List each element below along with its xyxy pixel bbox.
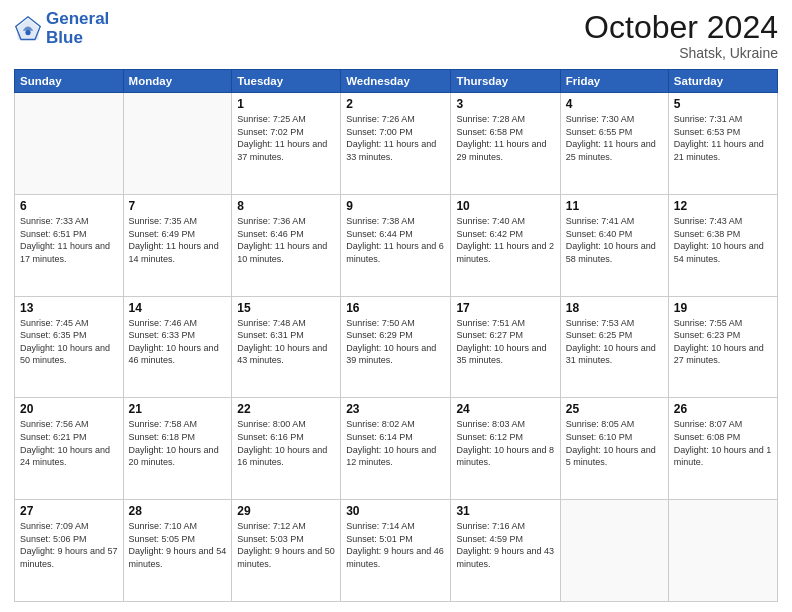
day-number: 21	[129, 402, 227, 416]
calendar-cell: 16Sunrise: 7:50 AMSunset: 6:29 PMDayligh…	[341, 296, 451, 398]
day-number: 6	[20, 199, 118, 213]
day-number: 30	[346, 504, 445, 518]
day-info: Sunrise: 7:28 AMSunset: 6:58 PMDaylight:…	[456, 113, 554, 163]
header-day-friday: Friday	[560, 70, 668, 93]
day-number: 20	[20, 402, 118, 416]
day-info: Sunrise: 7:38 AMSunset: 6:44 PMDaylight:…	[346, 215, 445, 265]
calendar-week-4: 20Sunrise: 7:56 AMSunset: 6:21 PMDayligh…	[15, 398, 778, 500]
header: General Blue October 2024 Shatsk, Ukrain…	[14, 10, 778, 61]
day-number: 3	[456, 97, 554, 111]
calendar-cell: 3Sunrise: 7:28 AMSunset: 6:58 PMDaylight…	[451, 93, 560, 195]
calendar-cell	[15, 93, 124, 195]
day-number: 2	[346, 97, 445, 111]
calendar-header-row: SundayMondayTuesdayWednesdayThursdayFrid…	[15, 70, 778, 93]
day-info: Sunrise: 7:25 AMSunset: 7:02 PMDaylight:…	[237, 113, 335, 163]
calendar-cell: 15Sunrise: 7:48 AMSunset: 6:31 PMDayligh…	[232, 296, 341, 398]
logo-general: General	[46, 9, 109, 28]
calendar-cell: 24Sunrise: 8:03 AMSunset: 6:12 PMDayligh…	[451, 398, 560, 500]
calendar-cell: 8Sunrise: 7:36 AMSunset: 6:46 PMDaylight…	[232, 194, 341, 296]
header-day-thursday: Thursday	[451, 70, 560, 93]
day-info: Sunrise: 7:45 AMSunset: 6:35 PMDaylight:…	[20, 317, 118, 367]
day-info: Sunrise: 7:50 AMSunset: 6:29 PMDaylight:…	[346, 317, 445, 367]
day-info: Sunrise: 7:48 AMSunset: 6:31 PMDaylight:…	[237, 317, 335, 367]
calendar-week-2: 6Sunrise: 7:33 AMSunset: 6:51 PMDaylight…	[15, 194, 778, 296]
day-number: 29	[237, 504, 335, 518]
calendar-cell: 26Sunrise: 8:07 AMSunset: 6:08 PMDayligh…	[668, 398, 777, 500]
location-subtitle: Shatsk, Ukraine	[584, 45, 778, 61]
day-info: Sunrise: 7:53 AMSunset: 6:25 PMDaylight:…	[566, 317, 663, 367]
day-info: Sunrise: 7:46 AMSunset: 6:33 PMDaylight:…	[129, 317, 227, 367]
day-number: 18	[566, 301, 663, 315]
day-info: Sunrise: 7:58 AMSunset: 6:18 PMDaylight:…	[129, 418, 227, 468]
day-number: 17	[456, 301, 554, 315]
header-day-monday: Monday	[123, 70, 232, 93]
logo-icon	[14, 15, 42, 43]
day-number: 11	[566, 199, 663, 213]
calendar-cell: 10Sunrise: 7:40 AMSunset: 6:42 PMDayligh…	[451, 194, 560, 296]
calendar-cell: 14Sunrise: 7:46 AMSunset: 6:33 PMDayligh…	[123, 296, 232, 398]
day-number: 13	[20, 301, 118, 315]
calendar-cell: 27Sunrise: 7:09 AMSunset: 5:06 PMDayligh…	[15, 500, 124, 602]
calendar-cell	[560, 500, 668, 602]
header-day-wednesday: Wednesday	[341, 70, 451, 93]
svg-point-2	[25, 30, 30, 35]
calendar-cell: 21Sunrise: 7:58 AMSunset: 6:18 PMDayligh…	[123, 398, 232, 500]
day-number: 9	[346, 199, 445, 213]
title-block: October 2024 Shatsk, Ukraine	[584, 10, 778, 61]
calendar-cell	[668, 500, 777, 602]
day-number: 1	[237, 97, 335, 111]
calendar-cell	[123, 93, 232, 195]
day-number: 31	[456, 504, 554, 518]
day-info: Sunrise: 7:30 AMSunset: 6:55 PMDaylight:…	[566, 113, 663, 163]
calendar-cell: 6Sunrise: 7:33 AMSunset: 6:51 PMDaylight…	[15, 194, 124, 296]
calendar-week-3: 13Sunrise: 7:45 AMSunset: 6:35 PMDayligh…	[15, 296, 778, 398]
day-info: Sunrise: 7:43 AMSunset: 6:38 PMDaylight:…	[674, 215, 772, 265]
calendar-cell: 22Sunrise: 8:00 AMSunset: 6:16 PMDayligh…	[232, 398, 341, 500]
day-info: Sunrise: 8:02 AMSunset: 6:14 PMDaylight:…	[346, 418, 445, 468]
calendar-cell: 17Sunrise: 7:51 AMSunset: 6:27 PMDayligh…	[451, 296, 560, 398]
day-info: Sunrise: 7:41 AMSunset: 6:40 PMDaylight:…	[566, 215, 663, 265]
day-info: Sunrise: 8:00 AMSunset: 6:16 PMDaylight:…	[237, 418, 335, 468]
day-number: 22	[237, 402, 335, 416]
header-day-sunday: Sunday	[15, 70, 124, 93]
calendar-table: SundayMondayTuesdayWednesdayThursdayFrid…	[14, 69, 778, 602]
day-info: Sunrise: 7:16 AMSunset: 4:59 PMDaylight:…	[456, 520, 554, 570]
day-number: 15	[237, 301, 335, 315]
day-number: 25	[566, 402, 663, 416]
day-number: 26	[674, 402, 772, 416]
day-number: 24	[456, 402, 554, 416]
day-number: 8	[237, 199, 335, 213]
day-info: Sunrise: 8:07 AMSunset: 6:08 PMDaylight:…	[674, 418, 772, 468]
header-day-tuesday: Tuesday	[232, 70, 341, 93]
day-info: Sunrise: 7:09 AMSunset: 5:06 PMDaylight:…	[20, 520, 118, 570]
day-number: 4	[566, 97, 663, 111]
calendar-cell: 13Sunrise: 7:45 AMSunset: 6:35 PMDayligh…	[15, 296, 124, 398]
day-number: 16	[346, 301, 445, 315]
day-info: Sunrise: 7:56 AMSunset: 6:21 PMDaylight:…	[20, 418, 118, 468]
logo-blue: Blue	[46, 29, 109, 48]
day-info: Sunrise: 7:35 AMSunset: 6:49 PMDaylight:…	[129, 215, 227, 265]
calendar-cell: 12Sunrise: 7:43 AMSunset: 6:38 PMDayligh…	[668, 194, 777, 296]
calendar-cell: 4Sunrise: 7:30 AMSunset: 6:55 PMDaylight…	[560, 93, 668, 195]
page: General Blue October 2024 Shatsk, Ukrain…	[0, 0, 792, 612]
day-number: 10	[456, 199, 554, 213]
calendar-cell: 18Sunrise: 7:53 AMSunset: 6:25 PMDayligh…	[560, 296, 668, 398]
calendar-week-5: 27Sunrise: 7:09 AMSunset: 5:06 PMDayligh…	[15, 500, 778, 602]
day-number: 19	[674, 301, 772, 315]
day-number: 27	[20, 504, 118, 518]
day-info: Sunrise: 7:31 AMSunset: 6:53 PMDaylight:…	[674, 113, 772, 163]
calendar-cell: 25Sunrise: 8:05 AMSunset: 6:10 PMDayligh…	[560, 398, 668, 500]
calendar-cell: 1Sunrise: 7:25 AMSunset: 7:02 PMDaylight…	[232, 93, 341, 195]
calendar-cell: 7Sunrise: 7:35 AMSunset: 6:49 PMDaylight…	[123, 194, 232, 296]
calendar-cell: 5Sunrise: 7:31 AMSunset: 6:53 PMDaylight…	[668, 93, 777, 195]
calendar-cell: 31Sunrise: 7:16 AMSunset: 4:59 PMDayligh…	[451, 500, 560, 602]
day-number: 23	[346, 402, 445, 416]
calendar-cell: 28Sunrise: 7:10 AMSunset: 5:05 PMDayligh…	[123, 500, 232, 602]
logo: General Blue	[14, 10, 109, 47]
day-info: Sunrise: 7:40 AMSunset: 6:42 PMDaylight:…	[456, 215, 554, 265]
logo-text: General Blue	[46, 10, 109, 47]
day-info: Sunrise: 7:33 AMSunset: 6:51 PMDaylight:…	[20, 215, 118, 265]
header-day-saturday: Saturday	[668, 70, 777, 93]
calendar-cell: 23Sunrise: 8:02 AMSunset: 6:14 PMDayligh…	[341, 398, 451, 500]
calendar-cell: 29Sunrise: 7:12 AMSunset: 5:03 PMDayligh…	[232, 500, 341, 602]
